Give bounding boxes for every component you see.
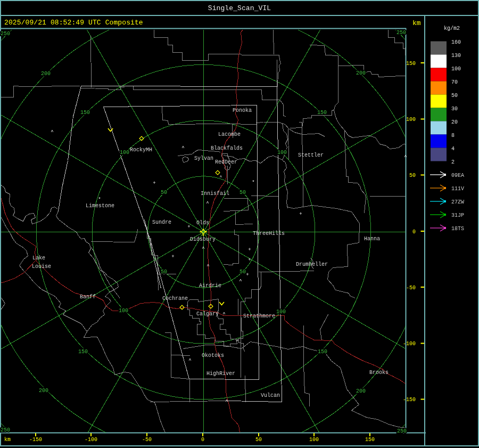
svg-text:Olds: Olds [196,220,209,226]
svg-text:RedDeer: RedDeer [215,159,237,165]
svg-text:km: km [4,437,11,443]
svg-text:Okotoks: Okotoks [202,353,224,359]
svg-text:100: 100 [277,150,287,156]
svg-text:Brooks: Brooks [369,370,389,376]
svg-text:RockyMH: RockyMH [130,147,152,153]
svg-text:Airdrie: Airdrie [199,283,221,289]
svg-text:+: + [153,181,155,186]
svg-text:2025/09/21 08:52:49 UTC Compos: 2025/09/21 08:52:49 UTC Composite [4,19,143,27]
svg-text:160: 160 [451,39,461,45]
svg-text:70: 70 [451,79,458,85]
svg-text:^: ^ [239,279,242,284]
svg-text:^: ^ [188,358,191,363]
svg-text:0: 0 [412,229,416,235]
svg-text:100: 100 [119,308,128,314]
svg-text:Ponoka: Ponoka [233,108,252,113]
svg-text:30: 30 [451,106,458,112]
svg-text:18TS: 18TS [451,226,464,232]
svg-text:50: 50 [255,437,262,443]
svg-text:Lacombe: Lacombe [218,132,241,137]
svg-text:-50: -50 [142,437,152,443]
svg-text:4: 4 [451,146,455,152]
svg-text:100: 100 [451,66,461,72]
svg-text:200: 200 [41,71,51,77]
svg-text:+: + [187,224,190,230]
svg-text:Cochrane: Cochrane [162,296,188,302]
svg-text:150: 150 [80,110,90,116]
svg-text:27ZW: 27ZW [451,199,464,205]
svg-text:50: 50 [451,93,458,99]
svg-text:250: 250 [1,427,10,433]
svg-text:Drumheller: Drumheller [296,262,328,267]
svg-text:^: ^ [404,154,407,160]
svg-text:ThreeHills: ThreeHills [253,231,285,237]
svg-text:150: 150 [317,110,327,116]
svg-text:-100: -100 [85,437,97,443]
svg-text:130: 130 [451,53,461,59]
svg-text:50: 50 [161,190,167,196]
svg-text:150: 150 [78,349,88,355]
svg-text:HighRiver: HighRiver [207,371,235,377]
svg-text:Innisfail: Innisfail [201,191,229,197]
svg-text:^: ^ [220,175,222,180]
svg-text:^: ^ [181,145,184,151]
svg-text:Strathmore: Strathmore [243,313,275,319]
svg-text:111V: 111V [451,186,464,192]
svg-text:100: 100 [276,309,286,315]
svg-text:250: 250 [397,428,407,434]
svg-text:Sundre: Sundre [152,219,171,225]
svg-text:+: + [248,257,251,263]
svg-text:*: * [98,197,101,202]
svg-text:150: 150 [365,437,375,443]
svg-text:100: 100 [406,117,416,123]
svg-text:200: 200 [356,388,366,394]
svg-text:200: 200 [39,388,48,394]
svg-text:2: 2 [451,159,455,165]
svg-text:50: 50 [409,173,416,178]
svg-text:250: 250 [397,30,406,36]
svg-text:250: 250 [1,31,10,37]
svg-text:-100: -100 [403,341,416,347]
svg-text:50: 50 [240,190,246,196]
svg-text:^: ^ [202,246,204,251]
svg-text:100: 100 [309,437,319,443]
svg-text:Stettler: Stettler [298,152,324,158]
svg-text:+: + [171,254,174,259]
svg-text:150: 150 [318,349,327,355]
svg-text:Blackfalds: Blackfalds [211,145,243,151]
svg-text:+: + [246,272,249,278]
svg-text:Limestone: Limestone [86,203,114,209]
svg-text:Didsbury: Didsbury [190,237,216,242]
svg-text:09EA: 09EA [451,173,464,178]
svg-text:+: + [236,338,238,344]
svg-text:km: km [412,19,421,27]
svg-text:^: ^ [207,264,209,269]
svg-text:kg/m2: kg/m2 [444,26,460,31]
svg-text:Hanna: Hanna [364,236,380,242]
svg-text:8: 8 [451,133,455,139]
svg-text:-150: -150 [403,397,416,403]
svg-text:Single_Scan_VIL: Single_Scan_VIL [208,4,271,12]
svg-text:150: 150 [406,61,416,67]
svg-text:-150: -150 [29,437,42,443]
svg-text:Banff: Banff [80,294,96,300]
svg-text:0: 0 [201,437,204,443]
svg-text:Lake: Lake [32,255,45,261]
svg-text:Louise: Louise [32,264,51,270]
svg-text:*: * [252,180,254,185]
svg-text:Sylvan: Sylvan [194,156,213,161]
svg-text:^: ^ [222,312,225,317]
svg-text:^: ^ [51,129,53,135]
svg-text:+: + [299,211,302,217]
svg-text:50: 50 [240,269,246,275]
svg-text:Vulcan: Vulcan [261,393,280,398]
svg-text:200: 200 [356,70,366,76]
svg-text:20: 20 [451,119,458,125]
svg-text:Calgary: Calgary [196,311,219,317]
svg-text:100: 100 [120,150,129,156]
svg-text:31JP: 31JP [451,213,464,218]
svg-text:°: ° [186,304,188,309]
svg-text:50: 50 [161,269,167,275]
svg-text:+: + [248,247,251,252]
svg-text:-50: -50 [406,285,416,291]
